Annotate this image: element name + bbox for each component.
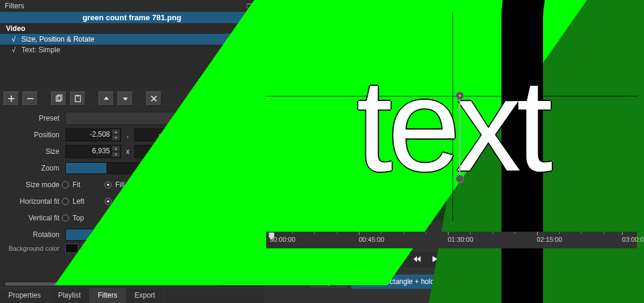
tab-filters[interactable]: Filters xyxy=(90,288,127,303)
clip-title: green count frame 781.png xyxy=(0,12,264,23)
svg-rect-1 xyxy=(8,98,15,99)
label-vfit: Vertical fit xyxy=(0,214,62,222)
hfit-left[interactable]: Left xyxy=(62,197,105,206)
sizemode-fit[interactable]: Fit xyxy=(62,181,105,189)
position-x-input[interactable]: -2,508▲▼ xyxy=(65,128,121,141)
filter-label: Size, Position & Rotate xyxy=(21,35,94,43)
tab-export[interactable]: Export xyxy=(126,288,164,303)
label-position: Position xyxy=(0,131,62,139)
rewind-button[interactable] xyxy=(411,253,424,267)
move-up-button[interactable] xyxy=(99,91,114,106)
panel-title: Filters xyxy=(5,2,24,10)
label-zoom: Zoom xyxy=(0,164,62,172)
check-icon[interactable]: √ xyxy=(11,46,17,54)
move-down-button[interactable] xyxy=(118,91,133,106)
paste-filter-button[interactable] xyxy=(70,91,86,106)
vfit-top[interactable]: Top xyxy=(62,214,105,222)
preview-viewport[interactable]: text xyxy=(266,12,638,221)
label-size: Size xyxy=(0,147,62,156)
center-handle[interactable] xyxy=(456,91,464,100)
rotate-handle[interactable] xyxy=(456,175,464,183)
copy-filter-button[interactable] xyxy=(51,91,67,106)
remove-filter-button[interactable] xyxy=(23,91,38,106)
bgcolor-swatch[interactable] xyxy=(65,244,78,253)
svg-rect-6 xyxy=(77,95,79,97)
filter-label: Text: Simple xyxy=(21,46,60,54)
check-icon[interactable]: √ xyxy=(11,35,17,43)
svg-rect-2 xyxy=(27,98,34,99)
tab-playlist[interactable]: Playlist xyxy=(50,288,90,303)
deselect-button[interactable] xyxy=(146,91,162,106)
label-bgcolor: Background color xyxy=(0,245,62,252)
section-video: Video xyxy=(0,23,264,34)
panel-tabs: Properties Playlist Filters Export xyxy=(0,288,264,303)
size-w-input[interactable]: 6,935▲▼ xyxy=(65,145,121,158)
tab-properties[interactable]: Properties xyxy=(0,288,50,303)
label-rotation: Rotation xyxy=(0,231,62,239)
rotate-handle-line[interactable] xyxy=(459,96,460,179)
overlay-text: text xyxy=(266,12,638,221)
label-preset: Preset xyxy=(0,114,62,122)
label-hfit: Horizontal fit xyxy=(0,197,62,206)
add-filter-button[interactable] xyxy=(4,91,19,106)
timeline-ruler[interactable]: 00:00:00 00:45:00 01:30:00 02:15:00 03:0… xyxy=(266,232,637,248)
label-sizemode: Size mode xyxy=(0,181,62,189)
